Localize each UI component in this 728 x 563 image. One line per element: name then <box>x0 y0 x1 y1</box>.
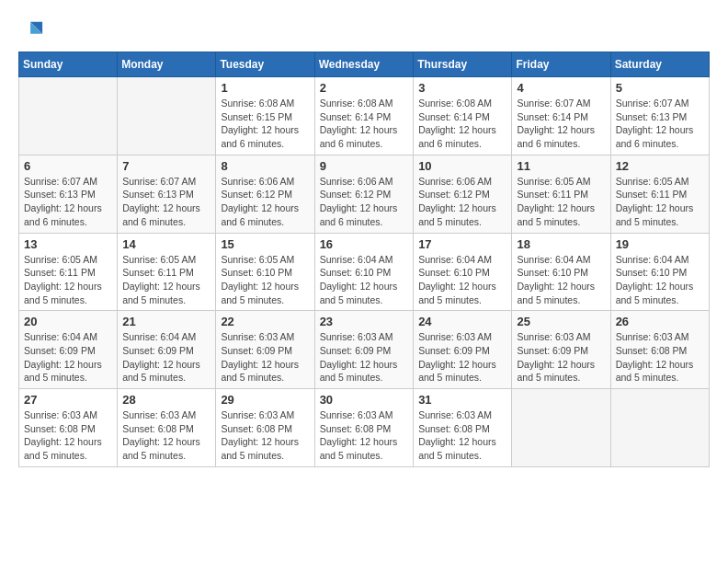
day-number: 19 <box>616 237 704 251</box>
day-number: 16 <box>320 237 409 251</box>
calendar-cell: 24Sunrise: 6:03 AM Sunset: 6:09 PM Dayli… <box>414 311 512 389</box>
day-info: Sunrise: 6:03 AM Sunset: 6:08 PM Dayligh… <box>418 408 506 463</box>
week-row-5: 27Sunrise: 6:03 AM Sunset: 6:08 PM Dayli… <box>19 389 710 467</box>
day-number: 17 <box>418 237 506 251</box>
day-number: 26 <box>616 315 704 328</box>
calendar-cell: 18Sunrise: 6:04 AM Sunset: 6:10 PM Dayli… <box>512 233 610 311</box>
calendar-table: SundayMondayTuesdayWednesdayThursdayFrid… <box>18 52 710 467</box>
day-info: Sunrise: 6:05 AM Sunset: 6:11 PM Dayligh… <box>616 175 704 229</box>
calendar-cell: 4Sunrise: 6:07 AM Sunset: 6:14 PM Daylig… <box>512 77 610 155</box>
day-number: 29 <box>221 393 309 407</box>
day-info: Sunrise: 6:05 AM Sunset: 6:11 PM Dayligh… <box>517 175 605 229</box>
day-number: 14 <box>122 237 210 251</box>
day-number: 27 <box>24 393 112 407</box>
calendar-cell: 10Sunrise: 6:06 AM Sunset: 6:12 PM Dayli… <box>414 155 512 233</box>
day-number: 22 <box>221 315 309 328</box>
calendar-cell: 9Sunrise: 6:06 AM Sunset: 6:12 PM Daylig… <box>314 155 414 233</box>
calendar-cell: 5Sunrise: 6:07 AM Sunset: 6:13 PM Daylig… <box>610 77 709 155</box>
day-info: Sunrise: 6:05 AM Sunset: 6:11 PM Dayligh… <box>24 253 112 307</box>
week-row-4: 20Sunrise: 6:04 AM Sunset: 6:09 PM Dayli… <box>19 311 710 389</box>
day-number: 10 <box>418 159 506 173</box>
calendar-cell: 27Sunrise: 6:03 AM Sunset: 6:08 PM Dayli… <box>19 389 118 467</box>
week-row-3: 13Sunrise: 6:05 AM Sunset: 6:11 PM Dayli… <box>19 233 710 311</box>
day-info: Sunrise: 6:03 AM Sunset: 6:08 PM Dayligh… <box>24 408 112 463</box>
day-info: Sunrise: 6:05 AM Sunset: 6:11 PM Dayligh… <box>122 253 210 307</box>
day-number: 13 <box>24 237 112 251</box>
day-info: Sunrise: 6:03 AM Sunset: 6:08 PM Dayligh… <box>221 408 309 463</box>
day-number: 15 <box>221 237 309 251</box>
day-number: 9 <box>320 159 409 173</box>
day-number: 8 <box>221 159 309 173</box>
logo <box>18 18 48 44</box>
calendar-cell: 12Sunrise: 6:05 AM Sunset: 6:11 PM Dayli… <box>610 155 709 233</box>
calendar-cell: 28Sunrise: 6:03 AM Sunset: 6:08 PM Dayli… <box>118 389 216 467</box>
logo-icon <box>18 18 44 44</box>
day-number: 18 <box>517 237 605 251</box>
day-header-thursday: Thursday <box>414 52 512 77</box>
day-info: Sunrise: 6:08 AM Sunset: 6:15 PM Dayligh… <box>221 97 309 151</box>
day-info: Sunrise: 6:04 AM Sunset: 6:10 PM Dayligh… <box>418 253 506 307</box>
day-number: 28 <box>122 393 210 407</box>
calendar-cell: 25Sunrise: 6:03 AM Sunset: 6:09 PM Dayli… <box>512 311 610 389</box>
calendar-cell: 2Sunrise: 6:08 AM Sunset: 6:14 PM Daylig… <box>314 77 414 155</box>
calendar-cell: 19Sunrise: 6:04 AM Sunset: 6:10 PM Dayli… <box>610 233 709 311</box>
day-info: Sunrise: 6:04 AM Sunset: 6:09 PM Dayligh… <box>122 330 210 385</box>
day-number: 4 <box>517 81 605 95</box>
day-info: Sunrise: 6:07 AM Sunset: 6:13 PM Dayligh… <box>616 97 704 151</box>
week-row-1: 1Sunrise: 6:08 AM Sunset: 6:15 PM Daylig… <box>19 77 710 155</box>
calendar-cell: 1Sunrise: 6:08 AM Sunset: 6:15 PM Daylig… <box>216 77 314 155</box>
calendar-cell <box>19 77 118 155</box>
calendar-cell: 14Sunrise: 6:05 AM Sunset: 6:11 PM Dayli… <box>118 233 216 311</box>
calendar-cell: 7Sunrise: 6:07 AM Sunset: 6:13 PM Daylig… <box>118 155 216 233</box>
calendar-cell: 30Sunrise: 6:03 AM Sunset: 6:08 PM Dayli… <box>314 389 414 467</box>
day-info: Sunrise: 6:03 AM Sunset: 6:09 PM Dayligh… <box>320 330 409 385</box>
day-number: 6 <box>24 159 112 173</box>
day-info: Sunrise: 6:06 AM Sunset: 6:12 PM Dayligh… <box>418 175 506 229</box>
calendar-cell: 26Sunrise: 6:03 AM Sunset: 6:08 PM Dayli… <box>610 311 709 389</box>
calendar-cell: 13Sunrise: 6:05 AM Sunset: 6:11 PM Dayli… <box>19 233 118 311</box>
calendar-cell <box>610 389 709 467</box>
calendar-cell: 21Sunrise: 6:04 AM Sunset: 6:09 PM Dayli… <box>118 311 216 389</box>
day-number: 7 <box>122 159 210 173</box>
week-row-2: 6Sunrise: 6:07 AM Sunset: 6:13 PM Daylig… <box>19 155 710 233</box>
day-number: 12 <box>616 159 704 173</box>
day-number: 11 <box>517 159 605 173</box>
calendar-cell: 23Sunrise: 6:03 AM Sunset: 6:09 PM Dayli… <box>314 311 414 389</box>
calendar-cell: 3Sunrise: 6:08 AM Sunset: 6:14 PM Daylig… <box>414 77 512 155</box>
day-header-wednesday: Wednesday <box>314 52 414 77</box>
day-info: Sunrise: 6:08 AM Sunset: 6:14 PM Dayligh… <box>320 97 409 151</box>
calendar-cell: 6Sunrise: 6:07 AM Sunset: 6:13 PM Daylig… <box>19 155 118 233</box>
calendar-cell <box>118 77 216 155</box>
day-info: Sunrise: 6:07 AM Sunset: 6:13 PM Dayligh… <box>24 175 112 229</box>
day-header-tuesday: Tuesday <box>216 52 314 77</box>
day-number: 31 <box>418 393 506 407</box>
calendar-cell <box>512 389 610 467</box>
day-info: Sunrise: 6:06 AM Sunset: 6:12 PM Dayligh… <box>320 175 409 229</box>
calendar-cell: 31Sunrise: 6:03 AM Sunset: 6:08 PM Dayli… <box>414 389 512 467</box>
day-info: Sunrise: 6:03 AM Sunset: 6:09 PM Dayligh… <box>517 330 605 385</box>
day-header-saturday: Saturday <box>610 52 709 77</box>
day-info: Sunrise: 6:04 AM Sunset: 6:09 PM Dayligh… <box>24 330 112 385</box>
day-number: 5 <box>616 81 704 95</box>
day-header-friday: Friday <box>512 52 610 77</box>
day-number: 24 <box>418 315 506 328</box>
day-header-monday: Monday <box>118 52 216 77</box>
day-info: Sunrise: 6:03 AM Sunset: 6:08 PM Dayligh… <box>122 408 210 463</box>
day-info: Sunrise: 6:03 AM Sunset: 6:08 PM Dayligh… <box>616 330 704 385</box>
calendar-cell: 29Sunrise: 6:03 AM Sunset: 6:08 PM Dayli… <box>216 389 314 467</box>
day-number: 30 <box>320 393 409 407</box>
day-info: Sunrise: 6:05 AM Sunset: 6:10 PM Dayligh… <box>221 253 309 307</box>
day-number: 25 <box>517 315 605 328</box>
calendar-cell: 8Sunrise: 6:06 AM Sunset: 6:12 PM Daylig… <box>216 155 314 233</box>
day-info: Sunrise: 6:03 AM Sunset: 6:09 PM Dayligh… <box>418 330 506 385</box>
day-number: 3 <box>418 81 506 95</box>
day-number: 20 <box>24 315 112 328</box>
day-info: Sunrise: 6:04 AM Sunset: 6:10 PM Dayligh… <box>320 253 409 307</box>
day-number: 2 <box>320 81 409 95</box>
calendar-cell: 16Sunrise: 6:04 AM Sunset: 6:10 PM Dayli… <box>314 233 414 311</box>
day-info: Sunrise: 6:08 AM Sunset: 6:14 PM Dayligh… <box>418 97 506 151</box>
day-info: Sunrise: 6:07 AM Sunset: 6:14 PM Dayligh… <box>517 97 605 151</box>
day-number: 1 <box>221 81 309 95</box>
calendar-body: 1Sunrise: 6:08 AM Sunset: 6:15 PM Daylig… <box>19 77 710 467</box>
calendar-header-row: SundayMondayTuesdayWednesdayThursdayFrid… <box>19 52 710 77</box>
